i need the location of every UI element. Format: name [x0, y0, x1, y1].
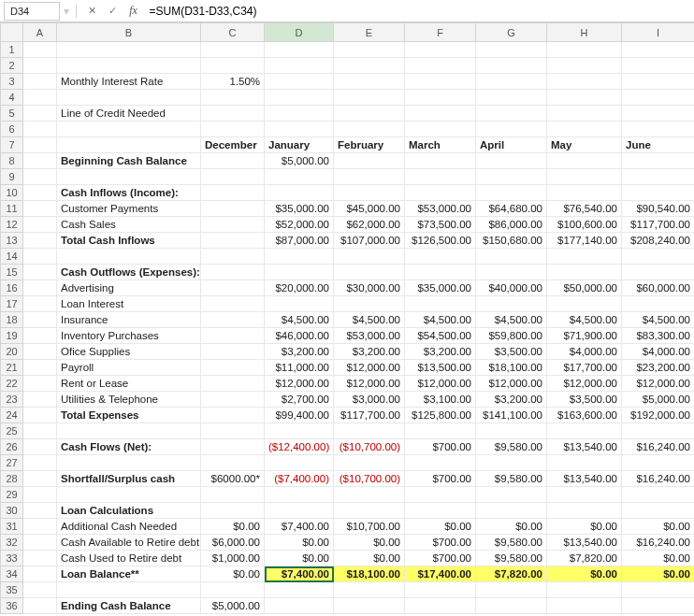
row-header-29[interactable]: 29: [1, 487, 23, 503]
cell-E5[interactable]: [334, 106, 405, 122]
cell-H35[interactable]: [547, 582, 622, 598]
cell-H31[interactable]: $0.00: [547, 519, 622, 535]
cell-F32[interactable]: $700.00: [405, 535, 476, 551]
cell-F12[interactable]: $73,500.00: [405, 217, 476, 233]
cell-D1[interactable]: [265, 42, 334, 58]
cell-C17[interactable]: [201, 296, 265, 312]
cell-D25[interactable]: [265, 423, 334, 439]
cell-A33[interactable]: [23, 551, 57, 566]
cell-G12[interactable]: $86,000.00: [476, 217, 547, 233]
column-header-A[interactable]: A: [23, 23, 57, 42]
cell-E32[interactable]: $0.00: [334, 535, 405, 551]
cell-A8[interactable]: [23, 153, 57, 169]
cell-H2[interactable]: [547, 58, 622, 74]
cell-H5[interactable]: [547, 106, 622, 122]
row-header-21[interactable]: 21: [1, 360, 23, 376]
cell-C27[interactable]: [201, 455, 265, 471]
row-header-20[interactable]: 20: [1, 344, 23, 360]
cell-H27[interactable]: [547, 455, 622, 471]
cell-G18[interactable]: $4,500.00: [476, 312, 547, 328]
cell-I34[interactable]: $0.00: [622, 566, 695, 582]
row-header-23[interactable]: 23: [1, 392, 23, 408]
enter-icon[interactable]: ✓: [105, 5, 122, 17]
cell-A15[interactable]: [23, 265, 57, 280]
cell-B6[interactable]: [57, 122, 201, 137]
column-header-G[interactable]: G: [476, 23, 547, 42]
cell-E36[interactable]: [334, 598, 405, 614]
row-header-25[interactable]: 25: [1, 423, 23, 439]
cell-E18[interactable]: $4,500.00: [334, 312, 405, 328]
cell-H11[interactable]: $76,540.00: [547, 201, 622, 217]
cell-C10[interactable]: [201, 185, 265, 201]
cell-C2[interactable]: [201, 58, 265, 74]
cell-G33[interactable]: $9,580.00: [476, 551, 547, 566]
cell-B22[interactable]: Rent or Lease: [57, 376, 201, 392]
row-header-34[interactable]: 34: [1, 566, 23, 582]
cell-H30[interactable]: [547, 503, 622, 519]
name-box[interactable]: D34: [4, 2, 60, 21]
cell-A1[interactable]: [23, 42, 57, 58]
cell-G24[interactable]: $141,100.00: [476, 408, 547, 423]
cell-A21[interactable]: [23, 360, 57, 376]
cell-H9[interactable]: [547, 169, 622, 185]
cell-C24[interactable]: [201, 408, 265, 423]
cell-G11[interactable]: $64,680.00: [476, 201, 547, 217]
cell-E26[interactable]: ($10,700.00): [334, 439, 405, 455]
cell-A9[interactable]: [23, 169, 57, 185]
row-header-4[interactable]: 4: [1, 90, 23, 106]
cell-I24[interactable]: $192,000.00: [622, 408, 695, 423]
cell-H19[interactable]: $71,900.00: [547, 328, 622, 344]
cell-C14[interactable]: [201, 249, 265, 265]
cell-I6[interactable]: [622, 122, 695, 137]
cell-A6[interactable]: [23, 122, 57, 137]
cell-A7[interactable]: [23, 137, 57, 153]
cell-H22[interactable]: $12,000.00: [547, 376, 622, 392]
row-header-35[interactable]: 35: [1, 582, 23, 598]
cell-A30[interactable]: [23, 503, 57, 519]
cell-H15[interactable]: [547, 265, 622, 280]
row-header-15[interactable]: 15: [1, 265, 23, 280]
cell-G26[interactable]: $9,580.00: [476, 439, 547, 455]
cell-A32[interactable]: [23, 535, 57, 551]
cell-I14[interactable]: [622, 249, 695, 265]
cell-C9[interactable]: [201, 169, 265, 185]
cell-I18[interactable]: $4,500.00: [622, 312, 695, 328]
cell-A11[interactable]: [23, 201, 57, 217]
cell-A35[interactable]: [23, 582, 57, 598]
cell-B31[interactable]: Additional Cash Needed: [57, 519, 201, 535]
cell-F28[interactable]: $700.00: [405, 471, 476, 487]
cell-G22[interactable]: $12,000.00: [476, 376, 547, 392]
cell-H29[interactable]: [547, 487, 622, 503]
cell-I9[interactable]: [622, 169, 695, 185]
cell-B12[interactable]: Cash Sales: [57, 217, 201, 233]
cell-D35[interactable]: [265, 582, 334, 598]
cell-E15[interactable]: [334, 265, 405, 280]
cell-A20[interactable]: [23, 344, 57, 360]
cell-G5[interactable]: [476, 106, 547, 122]
cell-I4[interactable]: [622, 90, 695, 106]
cell-C33[interactable]: $1,000.00: [201, 551, 265, 566]
cell-B27[interactable]: [57, 455, 201, 471]
cell-H20[interactable]: $4,000.00: [547, 344, 622, 360]
cell-F8[interactable]: [405, 153, 476, 169]
cell-G7[interactable]: April: [476, 137, 547, 153]
cell-D2[interactable]: [265, 58, 334, 74]
cell-I7[interactable]: June: [622, 137, 695, 153]
cell-I32[interactable]: $16,240.00: [622, 535, 695, 551]
cell-C28[interactable]: $6000.00*: [201, 471, 265, 487]
cell-D29[interactable]: [265, 487, 334, 503]
cell-B7[interactable]: [57, 137, 201, 153]
row-header-11[interactable]: 11: [1, 201, 23, 217]
cell-I28[interactable]: $16,240.00: [622, 471, 695, 487]
column-header-D[interactable]: D: [265, 23, 334, 42]
cell-E19[interactable]: $53,000.00: [334, 328, 405, 344]
cell-G6[interactable]: [476, 122, 547, 137]
cell-I27[interactable]: [622, 455, 695, 471]
cell-I13[interactable]: $208,240.00: [622, 233, 695, 249]
cell-D22[interactable]: $12,000.00: [265, 376, 334, 392]
cell-C7[interactable]: December: [201, 137, 265, 153]
cell-B32[interactable]: Cash Available to Retire debt: [57, 535, 201, 551]
cell-D15[interactable]: [265, 265, 334, 280]
cell-C12[interactable]: [201, 217, 265, 233]
cell-B18[interactable]: Insurance: [57, 312, 201, 328]
